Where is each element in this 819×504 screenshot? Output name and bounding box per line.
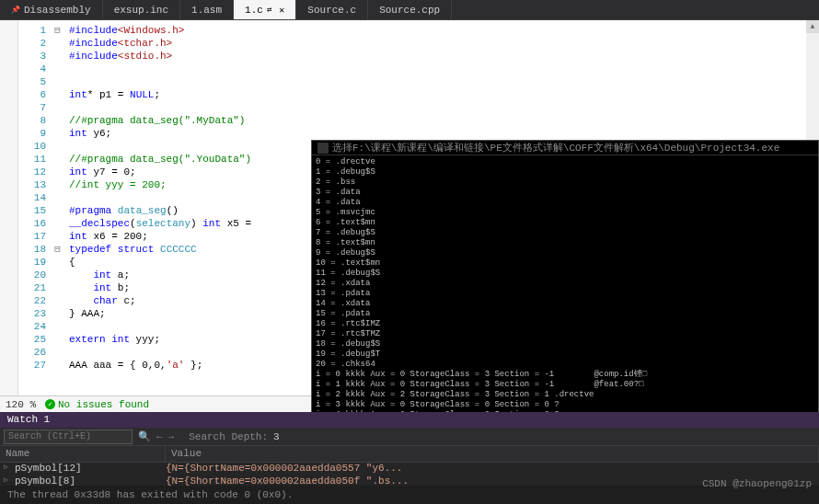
nav-back-icon[interactable]: ← — [156, 431, 163, 442]
watch-var-value: {N={ShortName=0x000002aaedda0557 "y6... — [166, 463, 819, 475]
search-depth-label: Search Depth: — [189, 431, 268, 442]
console-title-text: 选择F:\课程\新课程\编译和链接\PE文件格式详解\COFF文件解析\x64\… — [332, 141, 779, 155]
watermark: CSDN @zhaopeng01zp — [702, 478, 812, 489]
tab-1-asm[interactable]: 1.asm — [180, 0, 234, 19]
editor-margin — [0, 20, 18, 395]
tab-bar: 📌Disassemblyexsup.inc1.asm1.c⇄✕Source.cS… — [0, 0, 819, 20]
col-name[interactable]: Name — [0, 446, 166, 462]
watch-columns-header: Name Value — [0, 446, 819, 463]
console-icon — [317, 143, 329, 154]
scroll-up-arrow[interactable]: ▲ — [806, 20, 819, 33]
watch-search-input[interactable] — [4, 430, 133, 444]
watch-row[interactable]: pSymbol[12]{N={ShortName=0x000002aaedda0… — [0, 463, 819, 475]
watch-panel-title[interactable]: Watch 1 — [0, 412, 819, 428]
col-value[interactable]: Value — [166, 446, 819, 462]
tab-1-c[interactable]: 1.c⇄✕ — [234, 0, 296, 19]
watch-search-bar: 🔍 ← → Search Depth: 3 — [0, 428, 819, 446]
output-status: The thread 0x33d8 has exited with code 0… — [0, 486, 819, 504]
issues-status[interactable]: No issues found — [45, 399, 149, 410]
thread-exit-msg: The thread 0x33d8 has exited with code 0… — [7, 489, 293, 500]
nav-fwd-icon[interactable]: → — [168, 431, 175, 442]
console-titlebar[interactable]: 选择F:\课程\新课程\编译和链接\PE文件格式详解\COFF文件解析\x64\… — [312, 141, 818, 155]
collapse-column[interactable]: ⊟ ⊟ — [51, 20, 64, 395]
search-depth-value[interactable]: 3 — [273, 431, 280, 442]
close-tab-icon[interactable]: ✕ — [279, 5, 284, 16]
tab-source-c[interactable]: Source.c — [296, 0, 368, 19]
line-numbers: 1234567891011121314151617181920212223242… — [18, 20, 51, 395]
tab-source-cpp[interactable]: Source.cpp — [368, 0, 452, 19]
tab-disassembly[interactable]: 📌Disassembly — [0, 0, 103, 19]
search-icon[interactable]: 🔍 — [138, 430, 151, 442]
watch-var-name: pSymbol[12] — [0, 463, 166, 475]
tab-exsup-inc[interactable]: exsup.inc — [103, 0, 180, 19]
zoom-level[interactable]: 120 % — [6, 399, 36, 410]
